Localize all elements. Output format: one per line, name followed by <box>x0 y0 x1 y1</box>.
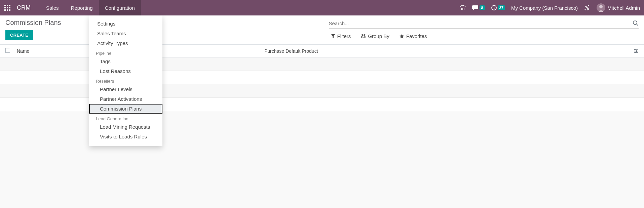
nav-item-reporting[interactable]: Reporting <box>65 0 99 15</box>
dd-partner-activations[interactable]: Partner Activations <box>89 94 162 104</box>
svg-point-22 <box>635 52 636 53</box>
svg-rect-8 <box>9 9 10 11</box>
dd-settings[interactable]: Settings <box>89 19 162 29</box>
filter-toolbar: Filters Group By Favorites <box>329 29 639 43</box>
systray: 8 37 My Company (San Francisco) Mitchell… <box>459 3 640 12</box>
filters-button[interactable]: Filters <box>331 33 351 39</box>
dd-tags[interactable]: Tags <box>89 56 162 66</box>
phone-icon[interactable] <box>459 5 466 11</box>
activities-badge: 37 <box>498 5 505 10</box>
user-menu[interactable]: Mitchell Admin <box>597 3 640 12</box>
svg-rect-2 <box>9 5 10 6</box>
dd-commission-plans[interactable]: Commission Plans <box>89 104 162 111</box>
company-selector[interactable]: My Company (San Francisco) <box>511 5 578 11</box>
app-brand[interactable]: CRM <box>17 4 31 11</box>
activities-icon[interactable]: 37 <box>491 5 505 11</box>
column-purchase-default-product[interactable]: Purchase Default Product <box>264 48 318 54</box>
select-all-checkbox[interactable] <box>5 48 15 54</box>
favorites-button[interactable]: Favorites <box>400 33 427 39</box>
nav-item-sales[interactable]: Sales <box>40 0 65 15</box>
svg-line-16 <box>637 24 638 26</box>
nav-menu: Sales Reporting Configuration <box>40 0 141 15</box>
svg-rect-5 <box>9 7 10 8</box>
search-bar[interactable] <box>329 19 639 29</box>
star-icon <box>400 34 404 39</box>
svg-rect-7 <box>7 9 8 11</box>
svg-rect-3 <box>4 7 6 8</box>
nav-item-configuration[interactable]: Configuration <box>99 0 141 15</box>
svg-rect-6 <box>4 9 6 11</box>
debug-icon[interactable] <box>584 4 591 11</box>
apps-icon[interactable] <box>4 4 11 11</box>
svg-point-14 <box>599 5 603 8</box>
configuration-dropdown: Settings Sales Teams Activity Types Pipe… <box>89 15 162 111</box>
dd-partner-levels[interactable]: Partner Levels <box>89 84 162 94</box>
dd-header-pipeline: Pipeline <box>89 48 162 56</box>
user-name: Mitchell Admin <box>607 5 640 11</box>
groupby-button[interactable]: Group By <box>361 33 389 39</box>
dd-sales-teams[interactable]: Sales Teams <box>89 29 162 38</box>
search-icon[interactable] <box>633 20 639 26</box>
list-options-icon[interactable] <box>633 48 639 54</box>
svg-rect-1 <box>7 5 8 6</box>
svg-rect-4 <box>7 7 8 8</box>
avatar <box>597 3 605 12</box>
dd-header-resellers: Resellers <box>89 76 162 84</box>
top-navbar: CRM Sales Reporting Configuration 8 37 M… <box>0 0 644 15</box>
svg-point-20 <box>635 49 636 50</box>
funnel-icon <box>331 34 335 38</box>
messages-icon[interactable]: 8 <box>472 5 485 11</box>
messages-badge: 8 <box>480 5 485 10</box>
create-button[interactable]: CREATE <box>5 30 33 40</box>
layers-icon <box>361 34 366 38</box>
dd-lost-reasons[interactable]: Lost Reasons <box>89 66 162 76</box>
page-title: Commission Plans <box>5 19 322 27</box>
svg-point-15 <box>633 21 637 25</box>
search-input[interactable] <box>329 20 633 26</box>
svg-rect-0 <box>4 5 6 6</box>
column-name[interactable]: Name <box>17 48 29 54</box>
dd-activity-types[interactable]: Activity Types <box>89 38 162 48</box>
svg-point-21 <box>636 50 637 51</box>
